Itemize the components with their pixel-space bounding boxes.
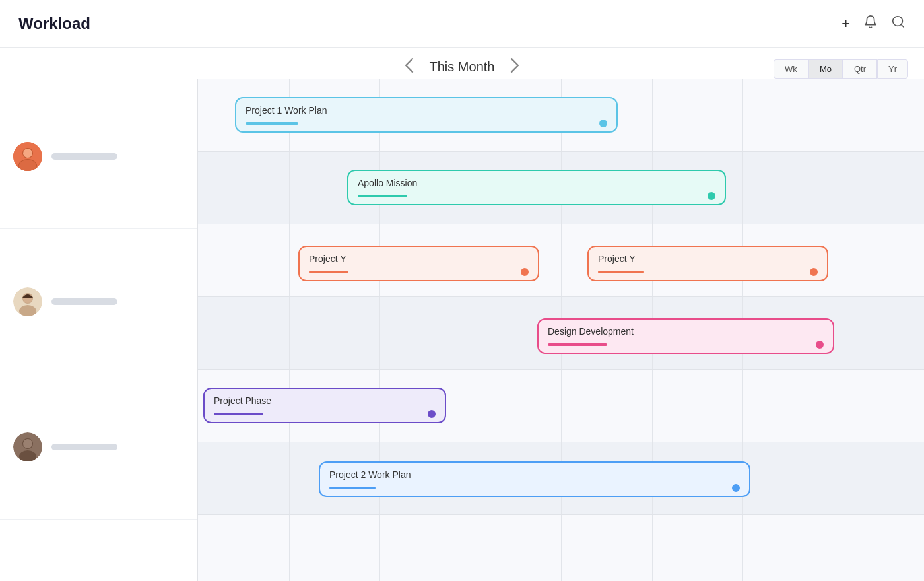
task-dot-t5 [816, 341, 824, 349]
task-footer-t2 [358, 192, 715, 200]
search-icon[interactable] [891, 15, 906, 32]
task-label-t1: Project 1 Work Plan [246, 105, 607, 116]
nav-center: This Month [399, 55, 525, 79]
task-label-t5: Design Development [548, 326, 824, 337]
person-name-2 [51, 298, 117, 305]
task-project1-workplan[interactable]: Project 1 Work Plan [235, 97, 618, 133]
task-project2-workplan[interactable]: Project 2 Work Plan [319, 461, 750, 497]
progress-bar-t7 [329, 487, 376, 489]
people-panel [0, 79, 198, 581]
task-dot-t4 [810, 268, 818, 276]
grid-col-3 [471, 79, 471, 581]
avatar-2 [13, 287, 42, 316]
view-toggles: Wk Mo Qtr Yr [774, 59, 908, 79]
task-label-t4: Project Y [598, 254, 818, 264]
task-dot-t6 [428, 410, 436, 418]
task-footer-t3 [309, 268, 529, 276]
task-apollo-mission[interactable]: Apollo Mission [347, 170, 726, 205]
task-label-t6: Project Phase [214, 395, 436, 406]
task-project-phase[interactable]: Project Phase [203, 388, 446, 423]
app-container: Workload + T [0, 0, 924, 581]
progress-bar-t2 [358, 195, 407, 197]
bell-icon[interactable] [863, 15, 878, 32]
avatar-1 [13, 142, 42, 171]
task-footer-t7 [329, 484, 740, 492]
svg-point-13 [23, 439, 32, 448]
view-toggle-wk[interactable]: Wk [774, 59, 808, 79]
nav-bar: This Month Wk Mo Qtr Yr [0, 48, 924, 79]
next-month-button[interactable] [505, 55, 525, 79]
progress-bar-t5 [548, 343, 607, 346]
header-actions: + [842, 15, 906, 32]
main-content: Project 1 Work Plan Apollo Mission [0, 79, 924, 581]
task-project-y-2[interactable]: Project Y [587, 246, 828, 281]
header: Workload + [0, 0, 924, 48]
progress-bar-t4 [598, 271, 644, 273]
h-div-1 [198, 151, 924, 152]
person-row-1 [0, 84, 197, 229]
task-label-t2: Apollo Mission [358, 178, 715, 188]
grid-canvas: Project 1 Work Plan Apollo Mission [198, 79, 924, 581]
h-div-4 [198, 369, 924, 370]
h-div-5 [198, 442, 924, 442]
avatar-3 [13, 432, 42, 461]
task-footer-t6 [214, 410, 436, 418]
view-toggle-mo[interactable]: Mo [808, 59, 843, 79]
prev-month-button[interactable] [399, 55, 419, 79]
task-dot-t7 [732, 484, 740, 492]
progress-bar-t1 [246, 122, 298, 125]
person-row-empty [0, 520, 197, 581]
add-icon[interactable]: + [842, 15, 850, 32]
h-div-3 [198, 296, 924, 297]
task-dot-t1 [599, 120, 607, 127]
grid-area: Project 1 Work Plan Apollo Mission [198, 79, 924, 581]
svg-point-5 [23, 149, 32, 158]
task-footer-t1 [246, 120, 607, 127]
task-footer-t5 [548, 341, 824, 349]
month-title: This Month [430, 59, 495, 75]
person-name-3 [51, 444, 117, 450]
person-row-2 [0, 229, 197, 374]
h-div-2 [198, 224, 924, 224]
task-label-t3: Project Y [309, 254, 529, 264]
task-dot-t3 [521, 268, 529, 276]
app-title: Workload [18, 15, 90, 33]
task-dot-t2 [708, 192, 715, 200]
progress-bar-t6 [214, 413, 263, 415]
person-row-3 [0, 374, 197, 520]
person-name-1 [51, 153, 117, 160]
task-design-development[interactable]: Design Development [537, 318, 834, 354]
progress-bar-t3 [309, 271, 348, 273]
task-footer-t4 [598, 268, 818, 276]
grid-col-1 [289, 79, 290, 581]
view-toggle-qtr[interactable]: Qtr [843, 59, 877, 79]
task-label-t7: Project 2 Work Plan [329, 469, 740, 480]
task-project-y-1[interactable]: Project Y [298, 246, 539, 281]
h-div-6 [198, 514, 924, 515]
view-toggle-yr[interactable]: Yr [877, 59, 908, 79]
svg-line-1 [901, 24, 904, 27]
grid-col-2 [380, 79, 380, 581]
